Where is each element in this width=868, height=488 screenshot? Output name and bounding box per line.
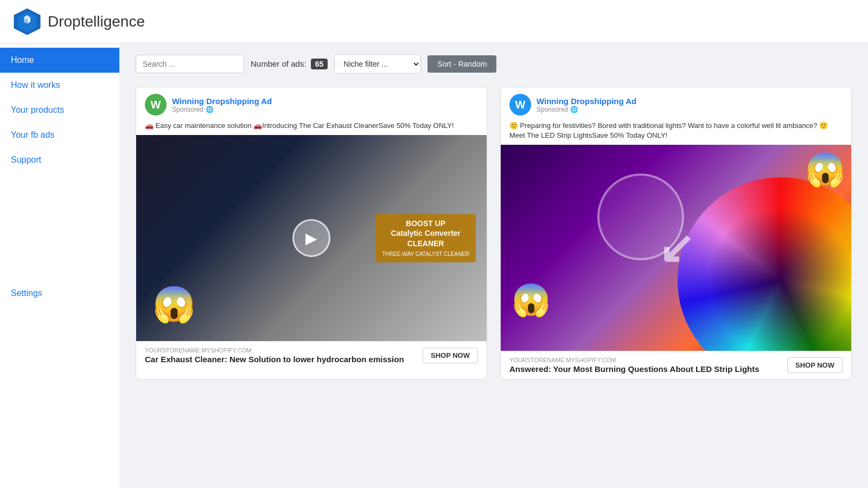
product-overlay-1: BOOST UPCatalytic ConverterCLEANERTHREE-… — [375, 214, 476, 262]
emoji-mid-left: 😱 — [512, 281, 551, 318]
card-image-2: 😱 😱 ↙ — [501, 145, 851, 351]
ads-count-label: Number of ads: 65 — [251, 59, 328, 69]
sidebar-item-your-products[interactable]: Your products — [0, 98, 119, 123]
sponsored-2: Sponsored 🌐 — [537, 106, 636, 113]
card-title-area-1: Winning Dropshipping Ad Sponsored 🌐 — [172, 97, 272, 113]
sort-random-button[interactable]: Sort - Random — [427, 55, 496, 73]
ads-count-badge: 65 — [311, 59, 328, 69]
card-description-1: 🚗 Easy car maintenance solution 🚗Introdu… — [136, 119, 487, 135]
store-url-1: YOURSTORENAME.MYSHOPIFY.COM — [145, 347, 404, 354]
circle-overlay — [597, 174, 684, 260]
card-title-area-2: Winning Dropshipping Ad Sponsored 🌐 — [537, 97, 636, 113]
sidebar-item-settings[interactable]: Settings — [0, 281, 119, 306]
ads-grid: W Winning Dropshipping Ad Sponsored 🌐 🚗 … — [136, 87, 852, 380]
product-title-1: Car Exhaust Cleaner: New Solution to low… — [145, 355, 404, 364]
emoji-top-right: 😱 — [805, 150, 846, 189]
avatar-1: W — [145, 94, 167, 115]
store-url-2: YOURSTORENAME.MYSHOPIFY.COM — [509, 357, 760, 363]
sidebar-spacer — [0, 172, 119, 281]
avatar-2: W — [509, 94, 531, 115]
niche-filter-select[interactable]: Niche filter ... — [334, 54, 421, 74]
play-button-1[interactable]: ▶ — [292, 219, 330, 257]
app-header: Droptelligence — [0, 0, 868, 43]
main-layout: Home How it works Your products Your fb … — [0, 43, 868, 488]
card-footer-text-1: YOURSTORENAME.MYSHOPIFY.COM Car Exhaust … — [145, 347, 404, 364]
card-header-1: W Winning Dropshipping Ad Sponsored 🌐 — [136, 87, 487, 119]
sidebar-item-how-it-works[interactable]: How it works — [0, 73, 119, 98]
sponsored-1: Sponsored 🌐 — [172, 106, 272, 113]
logo-area: Droptelligence — [13, 8, 145, 36]
ad-label-1: Winning Dropshipping Ad — [172, 97, 272, 106]
shop-now-button-2[interactable]: SHOP NOW — [787, 357, 843, 373]
card-footer-1: YOURSTORENAME.MYSHOPIFY.COM Car Exhaust … — [136, 341, 487, 369]
card-footer-text-2: YOURSTORENAME.MYSHOPIFY.COM Answered: Yo… — [509, 357, 760, 374]
sidebar-item-support[interactable]: Support — [0, 147, 119, 172]
sidebar-item-home[interactable]: Home — [0, 48, 119, 73]
card-footer-2: YOURSTORENAME.MYSHOPIFY.COM Answered: Yo… — [501, 351, 851, 379]
ad-label-2: Winning Dropshipping Ad — [537, 97, 636, 106]
card-description-2: 🙂 Preparing for festivities? Bored with … — [501, 119, 851, 145]
main-content: Number of ads: 65 Niche filter ... Sort … — [119, 43, 868, 488]
toolbar: Number of ads: 65 Niche filter ... Sort … — [136, 54, 852, 74]
product-title-2: Answered: Your Most Burning Questions Ab… — [509, 364, 760, 374]
sidebar-item-your-fb-ads[interactable]: Your fb ads — [0, 123, 119, 147]
sidebar: Home How it works Your products Your fb … — [0, 43, 119, 488]
logo-icon — [13, 8, 41, 36]
emoji-1: 😱 — [152, 284, 196, 325]
card-header-2: W Winning Dropshipping Ad Sponsored 🌐 — [501, 87, 851, 119]
ad-card-2: W Winning Dropshipping Ad Sponsored 🌐 🙂 … — [500, 87, 852, 380]
card-image-1: ▶ 😱 BOOST UPCatalytic ConverterCLEANERTH… — [136, 135, 487, 341]
globe-icon-2: 🌐 — [570, 106, 578, 113]
app-title: Droptelligence — [48, 13, 145, 30]
ad-card-1: W Winning Dropshipping Ad Sponsored 🌐 🚗 … — [136, 87, 487, 380]
shop-now-button-1[interactable]: SHOP NOW — [423, 348, 478, 363]
search-input[interactable] — [136, 55, 244, 73]
globe-icon-1: 🌐 — [206, 106, 214, 113]
